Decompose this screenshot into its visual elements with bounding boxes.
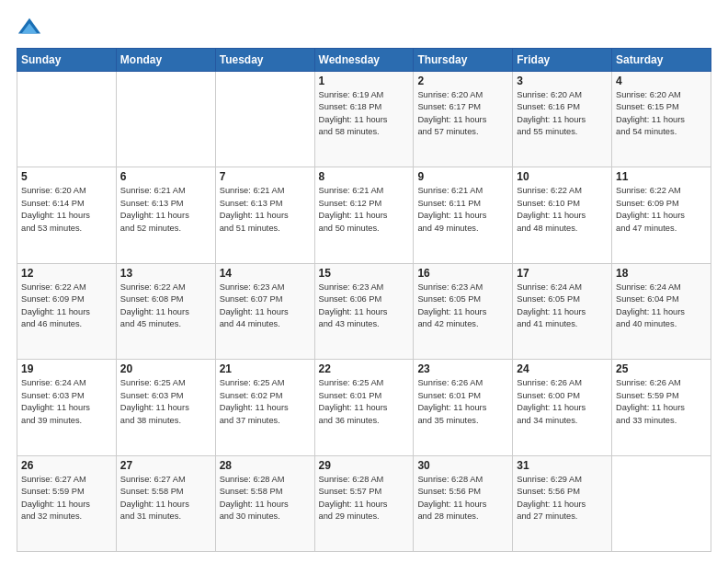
header [17,15,711,40]
calendar-cell: 28Sunrise: 6:28 AM Sunset: 5:58 PM Dayli… [215,455,314,551]
day-info: Sunrise: 6:21 AM Sunset: 6:13 PM Dayligh… [220,185,311,235]
day-info: Sunrise: 6:24 AM Sunset: 6:04 PM Dayligh… [616,282,707,331]
day-number: 26 [21,459,112,472]
calendar-cell: 18Sunrise: 6:24 AM Sunset: 6:04 PM Dayli… [612,263,711,359]
day-number: 16 [417,267,508,280]
day-info: Sunrise: 6:20 AM Sunset: 6:17 PM Dayligh… [417,89,508,139]
day-info: Sunrise: 6:24 AM Sunset: 6:03 PM Dayligh… [21,377,112,427]
calendar-week-row: 12Sunrise: 6:22 AM Sunset: 6:09 PM Dayli… [17,263,711,359]
day-number: 5 [21,170,112,183]
day-info: Sunrise: 6:26 AM Sunset: 6:01 PM Dayligh… [417,377,508,427]
calendar-cell: 25Sunrise: 6:26 AM Sunset: 5:59 PM Dayli… [612,360,711,455]
weekday-header: Monday [116,49,215,72]
calendar-cell: 26Sunrise: 6:27 AM Sunset: 5:59 PM Dayli… [17,455,117,551]
weekday-header: Tuesday [215,49,314,72]
weekday-header: Wednesday [314,49,414,72]
logo-icon [17,15,42,40]
weekday-header: Saturday [612,49,711,72]
day-info: Sunrise: 6:25 AM Sunset: 6:02 PM Dayligh… [220,377,311,427]
day-info: Sunrise: 6:26 AM Sunset: 6:00 PM Dayligh… [517,377,608,427]
day-info: Sunrise: 6:22 AM Sunset: 6:09 PM Dayligh… [616,185,707,235]
logo [17,15,44,40]
day-number: 24 [517,362,608,375]
calendar-cell: 20Sunrise: 6:25 AM Sunset: 6:03 PM Dayli… [116,360,215,455]
calendar-cell: 7Sunrise: 6:21 AM Sunset: 6:13 PM Daylig… [215,167,314,263]
page: SundayMondayTuesdayWednesdayThursdayFrid… [0,0,728,563]
day-number: 11 [616,170,707,183]
day-number: 25 [616,362,707,375]
day-number: 19 [21,362,112,375]
calendar-cell: 19Sunrise: 6:24 AM Sunset: 6:03 PM Dayli… [17,360,117,455]
day-info: Sunrise: 6:20 AM Sunset: 6:15 PM Dayligh… [616,89,707,139]
day-number: 4 [616,75,707,87]
calendar-week-row: 26Sunrise: 6:27 AM Sunset: 5:59 PM Dayli… [17,455,711,551]
calendar-cell: 3Sunrise: 6:20 AM Sunset: 6:16 PM Daylig… [513,72,612,167]
calendar-week-row: 5Sunrise: 6:20 AM Sunset: 6:14 PM Daylig… [17,167,711,263]
day-info: Sunrise: 6:23 AM Sunset: 6:05 PM Dayligh… [417,282,508,331]
calendar-cell [215,72,314,167]
calendar-cell: 9Sunrise: 6:21 AM Sunset: 6:11 PM Daylig… [414,167,513,263]
day-number: 17 [517,267,608,280]
day-number: 8 [319,170,410,183]
day-number: 1 [319,75,410,87]
calendar-week-row: 1Sunrise: 6:19 AM Sunset: 6:18 PM Daylig… [17,72,711,167]
calendar-cell: 12Sunrise: 6:22 AM Sunset: 6:09 PM Dayli… [17,263,117,359]
calendar-cell [17,72,117,167]
weekday-header-row: SundayMondayTuesdayWednesdayThursdayFrid… [17,49,711,72]
day-info: Sunrise: 6:22 AM Sunset: 6:09 PM Dayligh… [21,282,112,331]
day-info: Sunrise: 6:27 AM Sunset: 5:58 PM Dayligh… [120,474,211,523]
day-info: Sunrise: 6:28 AM Sunset: 5:57 PM Dayligh… [319,474,410,523]
day-info: Sunrise: 6:23 AM Sunset: 6:07 PM Dayligh… [220,282,311,331]
calendar-cell: 11Sunrise: 6:22 AM Sunset: 6:09 PM Dayli… [612,167,711,263]
day-number: 27 [120,459,211,472]
calendar-cell: 21Sunrise: 6:25 AM Sunset: 6:02 PM Dayli… [215,360,314,455]
day-info: Sunrise: 6:23 AM Sunset: 6:06 PM Dayligh… [319,282,410,331]
calendar-cell: 10Sunrise: 6:22 AM Sunset: 6:10 PM Dayli… [513,167,612,263]
calendar-cell: 23Sunrise: 6:26 AM Sunset: 6:01 PM Dayli… [414,360,513,455]
calendar-cell: 8Sunrise: 6:21 AM Sunset: 6:12 PM Daylig… [314,167,414,263]
calendar-week-row: 19Sunrise: 6:24 AM Sunset: 6:03 PM Dayli… [17,360,711,455]
weekday-header: Friday [513,49,612,72]
day-number: 6 [120,170,211,183]
day-number: 3 [517,75,608,87]
calendar-table: SundayMondayTuesdayWednesdayThursdayFrid… [17,48,711,552]
calendar-cell: 27Sunrise: 6:27 AM Sunset: 5:58 PM Dayli… [116,455,215,551]
day-number: 14 [220,267,311,280]
day-info: Sunrise: 6:22 AM Sunset: 6:10 PM Dayligh… [517,185,608,235]
day-number: 15 [319,267,410,280]
day-number: 29 [319,459,410,472]
day-info: Sunrise: 6:25 AM Sunset: 6:03 PM Dayligh… [120,377,211,427]
calendar-cell: 6Sunrise: 6:21 AM Sunset: 6:13 PM Daylig… [116,167,215,263]
day-info: Sunrise: 6:24 AM Sunset: 6:05 PM Dayligh… [517,282,608,331]
calendar-cell: 16Sunrise: 6:23 AM Sunset: 6:05 PM Dayli… [414,263,513,359]
day-number: 13 [120,267,211,280]
weekday-header: Thursday [414,49,513,72]
day-number: 18 [616,267,707,280]
day-info: Sunrise: 6:22 AM Sunset: 6:08 PM Dayligh… [120,282,211,331]
day-number: 20 [120,362,211,375]
calendar-cell: 13Sunrise: 6:22 AM Sunset: 6:08 PM Dayli… [116,263,215,359]
calendar-cell: 24Sunrise: 6:26 AM Sunset: 6:00 PM Dayli… [513,360,612,455]
calendar-cell: 31Sunrise: 6:29 AM Sunset: 5:56 PM Dayli… [513,455,612,551]
calendar-cell: 29Sunrise: 6:28 AM Sunset: 5:57 PM Dayli… [314,455,414,551]
day-info: Sunrise: 6:20 AM Sunset: 6:14 PM Dayligh… [21,185,112,235]
calendar-cell: 2Sunrise: 6:20 AM Sunset: 6:17 PM Daylig… [414,72,513,167]
day-number: 12 [21,267,112,280]
calendar-cell: 30Sunrise: 6:28 AM Sunset: 5:56 PM Dayli… [414,455,513,551]
day-number: 9 [417,170,508,183]
weekday-header: Sunday [17,49,117,72]
day-number: 23 [417,362,508,375]
calendar-cell: 22Sunrise: 6:25 AM Sunset: 6:01 PM Dayli… [314,360,414,455]
day-info: Sunrise: 6:20 AM Sunset: 6:16 PM Dayligh… [517,89,608,139]
day-info: Sunrise: 6:28 AM Sunset: 5:56 PM Dayligh… [417,474,508,523]
calendar-cell: 15Sunrise: 6:23 AM Sunset: 6:06 PM Dayli… [314,263,414,359]
day-number: 30 [417,459,508,472]
day-info: Sunrise: 6:21 AM Sunset: 6:13 PM Dayligh… [120,185,211,235]
calendar-cell: 4Sunrise: 6:20 AM Sunset: 6:15 PM Daylig… [612,72,711,167]
calendar-cell [116,72,215,167]
day-info: Sunrise: 6:28 AM Sunset: 5:58 PM Dayligh… [220,474,311,523]
day-info: Sunrise: 6:26 AM Sunset: 5:59 PM Dayligh… [616,377,707,427]
day-info: Sunrise: 6:29 AM Sunset: 5:56 PM Dayligh… [517,474,608,523]
day-number: 7 [220,170,311,183]
calendar-cell: 1Sunrise: 6:19 AM Sunset: 6:18 PM Daylig… [314,72,414,167]
